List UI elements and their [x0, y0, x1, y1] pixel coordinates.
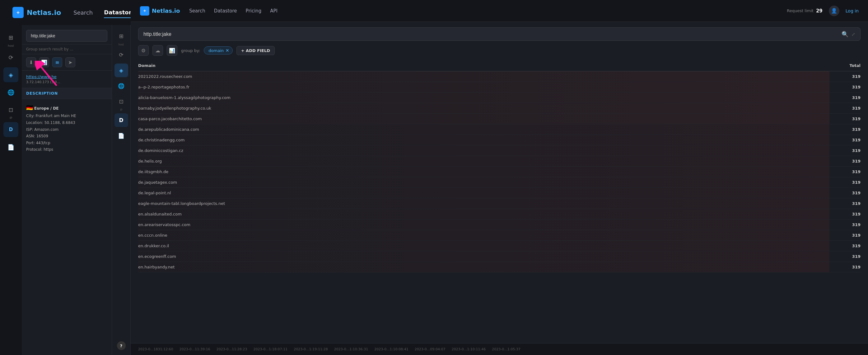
panel2-sidebar: ⊞ host ⟳ ◈ 🌐 ⊡ IP D 📄 ? [112, 25, 131, 355]
table-row[interactable]: de.dominiccostigan.cz319 [138, 145, 861, 156]
panel1-chart-btn[interactable]: 📊 [39, 57, 49, 67]
panel1-result-url: https://www.he [26, 75, 107, 79]
cell-domain: en.alsaldunaited.com [138, 212, 830, 216]
panel2-d-icon[interactable]: D [115, 113, 128, 127]
table-row[interactable]: de.jaquetagex.com319 [138, 177, 861, 188]
panel1: http.title:jake Group search result by .… [22, 25, 112, 355]
panel2-graph-icon[interactable]: ⟳ [115, 48, 128, 62]
user-avatar[interactable]: 👤 [829, 6, 839, 16]
panel1-share-btn[interactable]: ➤ [65, 57, 75, 67]
d-icon[interactable]: D [3, 122, 18, 137]
request-limit-label: Request limit [787, 8, 813, 13]
panel1-search-input[interactable]: http.title:jake [26, 30, 107, 42]
panel1-download-btn[interactable]: ⬇ [26, 57, 36, 67]
panel2-globe-icon[interactable]: 🌐 [115, 79, 128, 93]
inner-logo: ✦ Netlas.io [140, 6, 180, 16]
inner-nav-pricing[interactable]: Pricing [246, 7, 261, 15]
panel1-result-item[interactable]: https://www.he 3.72.140.173 (3.0... [22, 71, 112, 88]
panel1-list-btn[interactable]: ≡ [52, 57, 62, 67]
cell-domain: en.areariservatosspc.com [138, 223, 830, 227]
cloud-filter-btn[interactable]: ☁ [152, 45, 163, 56]
inner-nav-right: Request limit 29 👤 Log in [787, 6, 859, 16]
bottom-bar: 2023-0...1831:12:60 2023-0...11:39:16 20… [131, 343, 868, 355]
inner-nav-datastore[interactable]: Datastore [214, 7, 237, 15]
inner-nav-api[interactable]: API [270, 7, 278, 15]
table-row[interactable]: casa-parco.jacobarchitetto.com319 [138, 114, 861, 124]
table-row[interactable]: en.drukker.co.il319 [138, 241, 861, 251]
group-by-tag-remove[interactable]: ✕ [225, 48, 229, 53]
cell-total: 319 [830, 74, 861, 79]
panel2-active-icon[interactable]: ◈ [115, 63, 128, 77]
cell-total: 319 [830, 85, 861, 89]
filter-row: ⚙ ☁ 📊 group by: domain ✕ + ADD FIELD [131, 45, 868, 60]
panel1-desc-body: 🇩🇪 Europe / DE City: Frankfurt am Main H… [22, 99, 112, 157]
search-icon[interactable]: 🔍 [842, 31, 848, 37]
main-content: ✦ Netlas.io Search Datastore Pricing API… [131, 0, 868, 355]
globe-icon[interactable]: 🌐 [3, 85, 18, 100]
panel1-toolbar: ⬇ 📊 ≡ ➤ [22, 54, 112, 71]
cell-total: 319 [830, 159, 861, 164]
ts-9: 2023-0...1:10:11:46 [452, 347, 486, 351]
group-by-tag[interactable]: domain ✕ [204, 47, 232, 55]
table-row[interactable]: 20212022.rousecheer.com319 [138, 71, 861, 82]
table-row[interactable]: de.legal-point.nl319 [138, 188, 861, 198]
table-row[interactable]: eagle-mountain-tabl.longboardprojects.ne… [138, 198, 861, 209]
bg-logo-icon: ✦ [12, 7, 24, 18]
cell-domain: de.jaquetagex.com [138, 180, 830, 185]
ts-2: 2023-0...11:39:16 [180, 347, 210, 351]
table-row[interactable]: en.cccn.online319 [138, 230, 861, 241]
table-row[interactable]: en.areariservatosspc.com319 [138, 219, 861, 230]
graph-icon[interactable]: ⟳ [3, 50, 18, 65]
cell-domain: en.ecogreenff.com [138, 254, 830, 259]
cell-total: 319 [830, 169, 861, 174]
inner-nav-search[interactable]: Search [189, 7, 205, 15]
login-button[interactable]: Log in [846, 8, 859, 13]
panel2-ip-icon[interactable]: ⊡ [115, 95, 128, 108]
col-domain-header: Domain [138, 63, 830, 68]
table-row[interactable]: en.alsaldunaited.com319 [138, 209, 861, 219]
asn-text: 16509 [36, 134, 48, 138]
add-field-button[interactable]: + ADD FIELD [237, 46, 275, 55]
chart-filter-btn[interactable]: 📊 [167, 45, 177, 56]
panel2-help-icon[interactable]: ? [117, 341, 126, 350]
ip-group: ⊡ IP [3, 102, 18, 120]
inner-logo-text: Netlas.io [152, 7, 180, 14]
flag-icon: 🇩🇪 [26, 104, 33, 111]
table-row[interactable]: barnaby.jodyellenphotography.co.uk319 [138, 103, 861, 114]
ip-icon[interactable]: ⊡ [3, 102, 18, 117]
cell-total: 319 [830, 212, 861, 216]
table-row[interactable]: de.helis.org319 [138, 156, 861, 167]
location-text: 50.1188, 8.6843 [44, 120, 75, 125]
request-limit-value: 29 [816, 8, 823, 14]
left-sidebar: ⊞ host ⟳ ◈ 🌐 ⊡ IP D 📄 [0, 25, 22, 355]
table-row[interactable]: en.ecogreenff.com319 [138, 251, 861, 262]
search-bar: http.title:jake 🔍 ⤢ [138, 27, 861, 41]
active-mode-icon[interactable]: ◈ [3, 67, 18, 82]
table-row[interactable]: en.hairbyandy.net319 [138, 262, 861, 272]
cell-total: 319 [830, 180, 861, 185]
panel2-doc-icon[interactable]: 📄 [115, 129, 128, 143]
table-row[interactable]: de.arepublicadominicana.com319 [138, 124, 861, 135]
search-area: http.title:jake 🔍 ⤢ [131, 22, 868, 45]
table-row[interactable]: alicia-banuelosm-1.alyssagilphotography.… [138, 92, 861, 103]
protocol-text: https [43, 147, 53, 152]
table-row[interactable]: de.iitsgmbh.de319 [138, 167, 861, 177]
doc-icon[interactable]: 📄 [3, 140, 18, 154]
expand-icon[interactable]: ⤢ [851, 32, 855, 37]
host-group: ⊞ host [3, 30, 18, 47]
bg-nav-search[interactable]: Search [73, 7, 93, 18]
table-row[interactable]: de.christinadengg.com319 [138, 135, 861, 145]
panel2-host-icon[interactable]: ⊞ [115, 29, 128, 43]
cell-domain: casa-parco.jacobarchitetto.com [138, 116, 830, 121]
settings-filter-btn[interactable]: ⚙ [138, 45, 149, 56]
cell-domain: de.arepublicadominicana.com [138, 127, 830, 132]
cell-total: 319 [830, 116, 861, 121]
city-text: Frankfurt am Main HE [36, 114, 76, 118]
host-icon[interactable]: ⊞ [3, 30, 18, 45]
cell-total: 319 [830, 138, 861, 142]
table-row[interactable]: a--p-2.reportagephotos.fr319 [138, 82, 861, 92]
ts-7: 2023-0...1:10:08:41 [374, 347, 408, 351]
main-search-input[interactable]: http.title:jake [144, 31, 838, 37]
cell-domain: alicia-banuelosm-1.alyssagilphotography.… [138, 95, 830, 100]
panel1-group-label: Group search result by ... [22, 45, 112, 54]
